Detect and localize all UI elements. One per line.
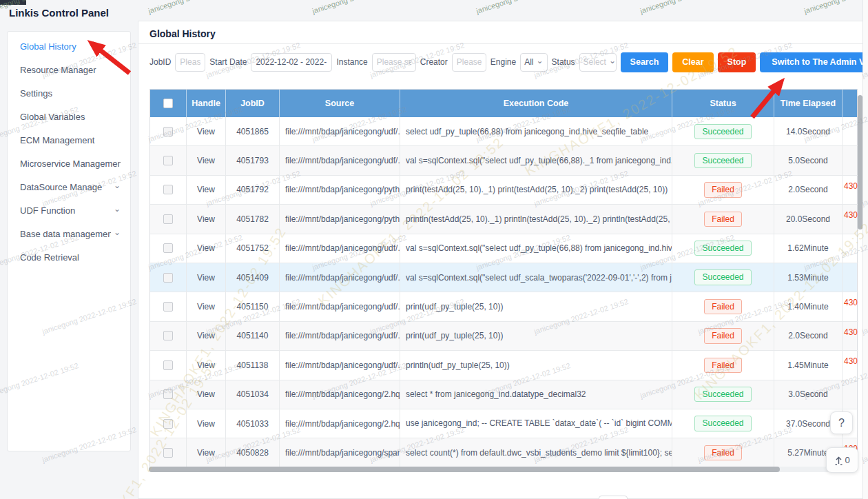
row-checkbox[interactable]: [163, 214, 173, 224]
row-checkbox[interactable]: [163, 273, 173, 283]
view-link[interactable]: View: [197, 127, 215, 136]
cell-jobid: 4050828: [226, 438, 280, 467]
instance-input[interactable]: [372, 53, 416, 72]
view-link[interactable]: View: [197, 302, 215, 312]
view-link[interactable]: View: [197, 156, 215, 165]
status-badge: Succeeded: [694, 241, 751, 256]
cell-status: Succeeded: [672, 146, 774, 175]
view-link[interactable]: View: [197, 243, 215, 253]
main-panel: Global History JobID Start Date Instance…: [138, 21, 863, 499]
horizontal-scrollbar-thumb[interactable]: [149, 467, 780, 472]
table-row: View4051033file:///mnt/bdap/janicegong/2…: [150, 409, 857, 438]
select-all-checkbox[interactable]: [163, 99, 173, 108]
view-link[interactable]: View: [197, 214, 215, 224]
view-link[interactable]: View: [197, 331, 215, 340]
sidebar-item-label: Settings: [20, 88, 121, 99]
status-badge: Succeeded: [694, 269, 751, 285]
sidebar-item-microservice-management[interactable]: Microservice Management: [8, 152, 130, 175]
sidebar: Global HistoryResource ManagerSettingsGl…: [7, 31, 131, 451]
cell-time-elapsed: 3.0Second: [774, 380, 843, 409]
help-button[interactable]: ?: [830, 411, 853, 434]
sidebar-item-base-data-management[interactable]: Base data management: [8, 222, 130, 245]
row-checkbox[interactable]: [163, 156, 173, 165]
cell-handle: View: [187, 409, 226, 438]
sidebar-item-resource-manager[interactable]: Resource Manager: [8, 58, 130, 81]
view-link[interactable]: View: [197, 448, 215, 458]
view-link[interactable]: View: [197, 419, 215, 429]
sidebar-item-label: UDF Function: [20, 205, 111, 216]
cell-error-code: 430: [843, 322, 858, 351]
sidebar-item-label: Resource Manager: [20, 65, 121, 75]
row-checkbox[interactable]: [163, 419, 173, 429]
cell-error-code: [843, 234, 858, 263]
view-link[interactable]: View: [197, 185, 215, 194]
clear-button[interactable]: Clear: [672, 52, 713, 72]
creator-label: Creator: [420, 57, 448, 67]
jobid-input[interactable]: [175, 53, 205, 72]
row-checkbox[interactable]: [163, 127, 173, 136]
date-range-input[interactable]: [251, 53, 332, 72]
search-button[interactable]: Search: [621, 52, 669, 72]
scroll-top-widget[interactable]: 0: [826, 447, 858, 473]
view-link[interactable]: View: [197, 273, 215, 283]
sidebar-item-code-retrieval[interactable]: Code Retrieval: [8, 245, 130, 269]
cell-source: file:///mnt/bdap/janicegong/pyth...: [280, 205, 400, 234]
sidebar-item-global-variables[interactable]: Global Variables: [8, 105, 130, 128]
sidebar-item-label: Microservice Management: [20, 159, 121, 169]
cell-select: [150, 176, 187, 205]
sidebar-item-udf-function[interactable]: UDF Function: [8, 198, 130, 222]
cell-jobid: 4051782: [226, 205, 280, 234]
sidebar-item-settings[interactable]: Settings: [8, 81, 130, 105]
cell-handle: View: [187, 234, 226, 263]
table-row: View4051138file:///mnt/bdap/janicegong/u…: [150, 351, 857, 380]
switch-admin-view-button[interactable]: Switch to The Admin View: [760, 52, 868, 72]
cell-jobid: 4051409: [226, 263, 280, 292]
stop-button[interactable]: Stop: [718, 52, 756, 72]
sidebar-item-ecm-management[interactable]: ECM Management: [8, 128, 130, 152]
cell-execution-code: val s=sqlContext.sql("select udf_scala_t…: [400, 263, 672, 292]
cell-handle: View: [187, 205, 226, 234]
cell-jobid: 4051140: [226, 322, 280, 351]
cell-time-elapsed: 2.0Second: [774, 176, 843, 205]
cell-status: Succeeded: [672, 409, 774, 438]
cell-execution-code: val s=sqlContext.sql("select udf_py_tupl…: [400, 146, 672, 175]
table-row: View4051409file:///mnt/bdap/janicegong/u…: [150, 263, 857, 292]
vertical-scrollbar-thumb[interactable]: [858, 95, 862, 230]
row-checkbox[interactable]: [163, 389, 173, 399]
scroll-top-count: 0: [845, 455, 849, 465]
status-badge: Succeeded: [694, 124, 751, 139]
cell-execution-code: select * from janicegong_ind.datatype_de…: [400, 380, 672, 409]
cell-execution-code: print(testAdd(25, 10)._1) print(testAdd(…: [400, 176, 672, 205]
goto-page-input[interactable]: [599, 496, 628, 499]
app-title: Linkis Control Panel: [9, 7, 109, 19]
view-link[interactable]: View: [197, 389, 215, 399]
row-checkbox[interactable]: [163, 448, 173, 458]
status-select[interactable]: Select: [579, 53, 617, 72]
col-header-jobid: JobID: [226, 90, 280, 117]
row-checkbox[interactable]: [163, 185, 173, 194]
cell-source: file:///mnt/bdap/janicegong/spar...: [280, 438, 400, 467]
engine-select[interactable]: All: [520, 53, 547, 72]
sidebar-item-datasource-manage[interactable]: DataSource Manage: [8, 175, 130, 198]
cell-time-elapsed: 1.45Minute: [774, 351, 843, 380]
horizontal-scrollbar-track[interactable]: [149, 467, 857, 472]
row-checkbox[interactable]: [163, 331, 173, 340]
cell-jobid: 4051138: [226, 351, 280, 380]
page-scrollbar-track[interactable]: [862, 0, 868, 499]
cell-jobid: 4051865: [226, 117, 280, 146]
cell-select: [150, 117, 187, 146]
view-link[interactable]: View: [197, 360, 215, 370]
creator-input[interactable]: [452, 53, 486, 72]
cell-execution-code: select udf_py_tuple(66,88) from janicego…: [400, 117, 672, 146]
col-header-execution-code: Execution Code: [400, 90, 672, 117]
row-checkbox[interactable]: [163, 360, 173, 370]
engine-label: Engine: [490, 57, 516, 67]
row-checkbox[interactable]: [163, 302, 173, 312]
cell-source: file:///mnt/bdap/janicegong/udf/...: [280, 351, 400, 380]
row-checkbox[interactable]: [163, 243, 173, 253]
cell-status: Failed: [672, 351, 774, 380]
history-table: HandleJobIDSourceExecution CodeStatusTim…: [149, 89, 858, 468]
sidebar-item-global-history[interactable]: Global History: [8, 34, 130, 58]
table-row: View4051865file:///mnt/bdap/janicegong/u…: [150, 117, 857, 146]
col-header-status: Status: [672, 90, 774, 117]
